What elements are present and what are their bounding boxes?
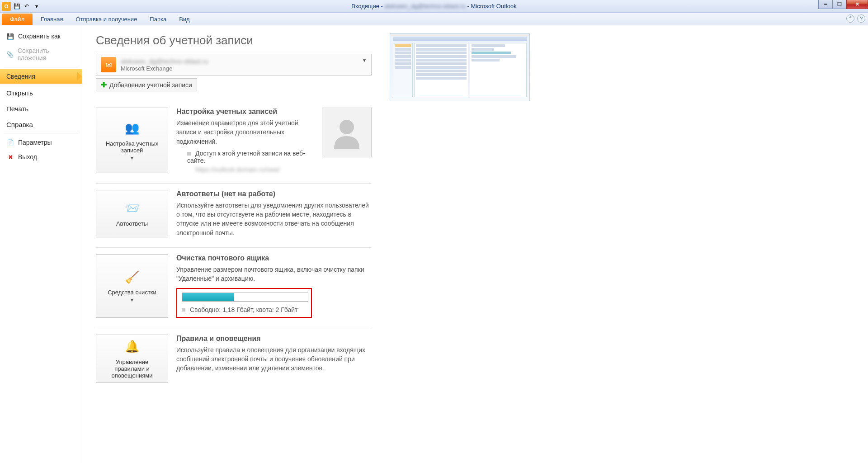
sidebar-print[interactable]: Печать <box>0 99 82 115</box>
preview-thumbnail-area <box>390 33 530 455</box>
minimize-button[interactable]: ━ <box>818 0 833 9</box>
sidebar-info[interactable]: Сведения <box>0 69 82 84</box>
ribbon-tabs: Файл Главная Отправка и получение Папка … <box>0 13 868 25</box>
maximize-button[interactable]: ❐ <box>832 0 847 9</box>
section-desc: Используйте автоответы для уведомления д… <box>176 201 372 237</box>
chevron-down-icon: ▼ <box>362 58 367 63</box>
section-title: Правила и оповещения <box>176 335 372 343</box>
section-desc: Изменение параметров для этой учетной за… <box>176 118 308 146</box>
quick-access-toolbar: O 💾 ↶ ▾ <box>0 2 41 11</box>
account-selector[interactable]: ✉ alekseev_dg@techno-oblast.ru Microsoft… <box>96 54 372 76</box>
svg-point-0 <box>340 120 354 134</box>
undo-icon[interactable]: ↶ <box>23 2 31 10</box>
account-email: alekseev_dg@techno-oblast.ru <box>121 58 208 65</box>
section-desc: Управление размером почтового ящика, вкл… <box>176 265 372 283</box>
section-title: Автоответы (нет на работе) <box>176 190 372 198</box>
user-avatar <box>322 108 372 157</box>
quota-progress-fill <box>182 293 234 301</box>
tab-file[interactable]: Файл <box>2 14 33 25</box>
mail-preview-thumbnail <box>390 33 530 101</box>
backstage-sidebar: 💾Сохранить как 📎Сохранить вложения Сведе… <box>0 25 82 463</box>
tab-folder[interactable]: Папка <box>143 14 173 25</box>
sidebar-open[interactable]: Открыть <box>0 84 82 99</box>
backstage-view: 💾Сохранить как 📎Сохранить вложения Сведе… <box>0 25 868 463</box>
sidebar-exit[interactable]: ✖Выход <box>0 150 82 164</box>
outlook-logo-icon: O <box>2 2 11 11</box>
ribbon-minimize-icon[interactable]: ˄ <box>846 14 854 23</box>
sidebar-options[interactable]: 📄Параметры <box>0 135 82 150</box>
tab-view[interactable]: Вид <box>173 14 196 25</box>
options-icon: 📄 <box>6 139 14 146</box>
page-title: Сведения об учетной записи <box>96 33 372 47</box>
save-icon[interactable]: 💾 <box>13 2 21 10</box>
chevron-down-icon: ▼ <box>130 298 134 302</box>
backstage-content: Сведения об учетной записи ✉ alekseev_dg… <box>82 25 868 463</box>
rules-alerts-button[interactable]: 🔔 Управление правилами и оповещениями <box>96 335 168 383</box>
quota-text: Свободно: 1,18 Гбайт, квота: 2 Гбайт <box>182 306 307 313</box>
window-controls: ━ ❐ ✕ <box>819 0 868 9</box>
section-title: Настройка учетных записей <box>176 108 308 116</box>
cleanup-icon: 🧹 <box>123 269 142 285</box>
quota-highlight: Свободно: 1,18 Гбайт, квота: 2 Гбайт <box>176 288 312 318</box>
section-account-settings: 👥 Настройка учетных записей ▼ Настройка … <box>96 101 372 184</box>
help-icon[interactable]: ? <box>857 14 865 23</box>
quota-progress-bar <box>182 293 308 302</box>
section-title: Очистка почтового ящика <box>176 254 372 262</box>
sidebar-save-attachments: 📎Сохранить вложения <box>0 43 82 65</box>
attachments-icon: 📎 <box>6 51 14 58</box>
auto-reply-icon: 📨 <box>123 200 142 217</box>
account-settings-button[interactable]: 👥 Настройка учетных записей ▼ <box>96 108 168 173</box>
cleanup-tools-button[interactable]: 🧹 Средства очистки ▼ <box>96 254 168 318</box>
tab-home[interactable]: Главная <box>34 14 69 25</box>
sidebar-help[interactable]: Справка <box>0 115 82 131</box>
section-cleanup: 🧹 Средства очистки ▼ Очистка почтового я… <box>96 248 372 328</box>
qat-dropdown-icon[interactable]: ▾ <box>33 2 41 10</box>
exchange-icon: ✉ <box>101 57 116 72</box>
tab-send-receive[interactable]: Отправка и получение <box>69 14 143 25</box>
sidebar-save-as[interactable]: 💾Сохранить как <box>0 29 82 43</box>
add-account-button[interactable]: ✚ Добавление учетной записи <box>96 78 197 91</box>
web-access-info: Доступ к этой учетной записи на веб-сайт… <box>187 150 308 173</box>
account-settings-icon: 👥 <box>123 120 142 137</box>
close-button[interactable]: ✕ <box>846 0 868 9</box>
window-titlebar: O 💾 ↶ ▾ Входящие - alekseev_dg@techno-ob… <box>0 0 868 13</box>
auto-replies-button[interactable]: 📨 Автоответы <box>96 190 168 237</box>
section-auto-replies: 📨 Автоответы Автоответы (нет на работе) … <box>96 184 372 248</box>
rules-icon: 🔔 <box>123 339 142 355</box>
exit-icon: ✖ <box>6 153 14 161</box>
plus-icon: ✚ <box>101 80 107 89</box>
account-type: Microsoft Exchange <box>121 65 208 72</box>
section-rules: 🔔 Управление правилами и оповещениями Пр… <box>96 328 372 393</box>
save-as-icon: 💾 <box>6 33 14 40</box>
section-desc: Используйте правила и оповещения для орг… <box>176 345 372 373</box>
window-title: Входящие - alekseev_dg@techno-oblast.ru … <box>351 3 516 9</box>
chevron-down-icon: ▼ <box>130 156 134 161</box>
